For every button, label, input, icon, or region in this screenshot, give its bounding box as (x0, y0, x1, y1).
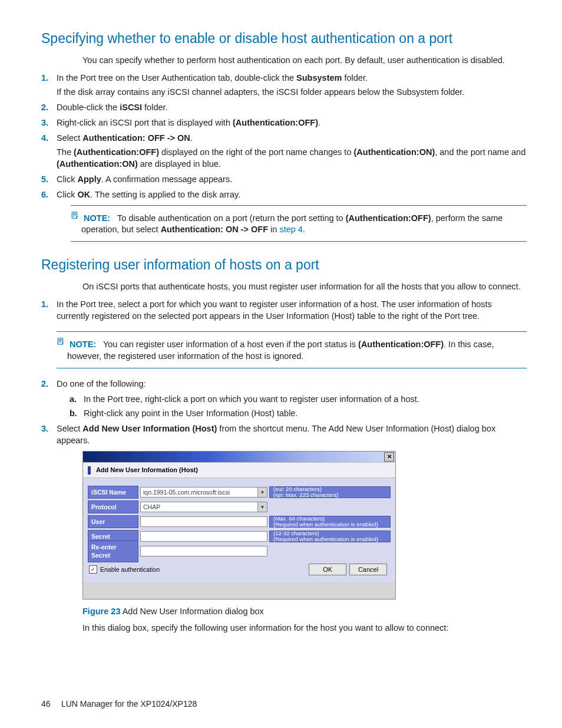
page-footer: 46 LUN Manager for the XP1024/XP128 (41, 699, 527, 710)
add-user-info-dialog: ✕ Add New User Information (Host) iSCSI … (82, 451, 396, 599)
row-iscsi-name: iSCSI Name iqn.1991-05.com.microsoft:isc… (88, 486, 391, 498)
page-number: 46 (41, 699, 59, 710)
note-block-2: NOTE: You can register user information … (57, 331, 527, 368)
label-reenter-secret: Re-enter Secret (88, 541, 138, 562)
note-block-1: NOTE: To disable authentication on a por… (71, 205, 527, 242)
dialog-screenshot: ✕ Add New User Information (Host) iSCSI … (82, 451, 527, 599)
hint-user: (Max. 64 characters) (Required when auth… (269, 516, 391, 528)
row-user: User (Max. 64 characters) (Required when… (88, 516, 391, 528)
figure-label: Figure 23 (82, 607, 120, 616)
dialog-bottom-row: ✓ Enable authentication OK Cancel (88, 560, 391, 578)
enable-auth-checkbox[interactable]: ✓ Enable authentication (89, 565, 160, 574)
step-3: 3. Right-click an iSCSI port that is dis… (41, 117, 527, 129)
substep-b: b.Right-click any point in the User Info… (70, 407, 527, 419)
hint-secret: (12-32 characters) (Required when authen… (269, 531, 391, 542)
note-label: NOTE: (70, 340, 96, 349)
note-icon (71, 210, 79, 223)
substeps-list: a.In the Port tree, right-click a port o… (70, 393, 527, 419)
enable-auth-label: Enable authentication (100, 565, 160, 574)
dialog-body: iSCSI Name iqn.1991-05.com.microsoft:isc… (83, 478, 395, 582)
input-iscsi-name[interactable]: iqn.1991-05.com.microsoft:iscsi (140, 487, 258, 498)
heading-register-user-info: Registering user information of hosts on… (41, 256, 527, 275)
input-secret[interactable] (140, 531, 267, 542)
select-protocol[interactable]: CHAP (140, 502, 258, 512)
step-2: 2. Double-click the iSCSI folder. (41, 101, 527, 113)
dialog-title: Add New User Information (Host) (96, 466, 198, 473)
note-separator-top (71, 205, 527, 206)
note-label: NOTE: (84, 213, 110, 222)
label-protocol: Protocol (88, 500, 138, 513)
step2-3: 3. Select Add New User Information (Host… (41, 423, 527, 446)
label-iscsi-name: iSCSI Name (88, 486, 138, 499)
input-reenter-secret[interactable] (140, 546, 267, 556)
input-user[interactable] (140, 516, 267, 527)
step-6: 6. Click OK. The setting is applied to t… (41, 189, 527, 200)
step-4: 4. Select Authentication: OFF -> ON. The… (41, 132, 527, 170)
heading-enable-auth: Specifying whether to enable or disable … (41, 29, 527, 48)
step-5: 5. Click Apply. A confirmation message a… (41, 173, 527, 185)
dialog-footer-pad (83, 582, 395, 599)
steps-list-1: 1. In the Port tree on the User Authenti… (41, 72, 527, 200)
ok-button[interactable]: OK (309, 564, 346, 575)
step-4-subtext: The (Authentication:OFF) displayed on th… (57, 146, 527, 170)
cancel-button[interactable]: Cancel (349, 564, 387, 575)
row-reenter-secret: Re-enter Secret (88, 545, 391, 557)
note2-separator-bottom (57, 368, 527, 368)
checkbox-icon[interactable]: ✓ (89, 565, 97, 574)
dropdown-icon[interactable]: ▼ (258, 502, 267, 512)
intro-paragraph-2: On iSCSI ports that authenticate hosts, … (82, 281, 527, 292)
note-icon (57, 337, 65, 349)
doc-title: LUN Manager for the XP1024/XP128 (61, 699, 197, 709)
dialog-buttons: OK Cancel (308, 564, 387, 575)
step-4-link[interactable]: step 4 (279, 225, 303, 234)
banner-accent (88, 466, 91, 475)
dropdown-icon[interactable]: ▼ (258, 487, 267, 498)
step-1: 1. In the Port tree on the User Authenti… (41, 72, 527, 98)
dialog-banner: Add New User Information (Host) (83, 462, 395, 478)
note2-separator-top (57, 331, 527, 332)
note-separator-bottom (71, 241, 527, 242)
intro-paragraph-1: You can specify whether to perform host … (82, 54, 527, 66)
row-protocol: Protocol CHAP ▼ (88, 501, 391, 513)
post-figure-paragraph: In this dialog box, specify the followin… (82, 622, 527, 634)
substep-a: a.In the Port tree, right-click a port o… (70, 393, 527, 405)
hint-iscsi-name: (eui: 20 characters) (iqn: Max. 223 char… (269, 486, 391, 498)
label-user: User (88, 515, 138, 528)
step-1-subtext: If the disk array contains any iSCSI cha… (57, 86, 527, 98)
dialog-titlebar: ✕ (83, 452, 395, 462)
close-icon[interactable]: ✕ (384, 452, 394, 462)
steps-list-2: 1. In the Port tree, select a port for w… (41, 298, 527, 446)
figure-caption: Figure 23 Add New User Information dialo… (82, 605, 527, 617)
step2-2: 2. Do one of the following: a.In the Por… (41, 378, 527, 419)
step2-1: 1. In the Port tree, select a port for w… (41, 298, 527, 368)
